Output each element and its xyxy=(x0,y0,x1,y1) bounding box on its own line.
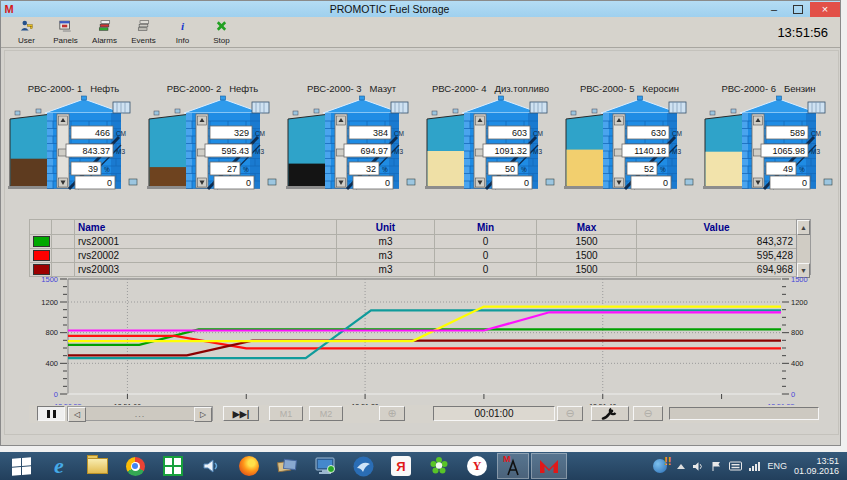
scroll-left-button[interactable]: ◁ xyxy=(68,407,86,422)
table-scrollbar[interactable]: ▲ ▼ xyxy=(796,219,811,275)
tank-6: РВС-2000- 6 Бензин 589СМ 1065.98М3 49% 0 xyxy=(699,83,838,196)
start-button[interactable] xyxy=(3,453,39,479)
file-explorer-icon[interactable] xyxy=(79,453,115,479)
toolbar-button-label: User xyxy=(18,36,35,45)
toolbar-button-label: Events xyxy=(131,36,155,45)
table-header-row: NameUnitMinMaxValue xyxy=(30,220,797,235)
unit-label: М3 xyxy=(672,148,681,155)
promotic-editor-icon[interactable]: M xyxy=(497,453,529,479)
zoom-out-button[interactable]: ⊖ xyxy=(557,406,583,421)
stop-button[interactable]: Stop xyxy=(202,18,241,47)
series-color-swatch xyxy=(33,250,50,261)
panels-button[interactable]: Panels xyxy=(46,18,85,47)
zoom-in-button[interactable]: ⊕ xyxy=(379,406,405,421)
svg-text:400: 400 xyxy=(45,359,58,368)
trend-chart: 00400400800800120012001500150013:50:5513… xyxy=(29,277,819,407)
cell-value: 694,968 xyxy=(637,263,797,277)
col-header-value: Value xyxy=(637,220,797,235)
svg-text:0: 0 xyxy=(791,390,795,399)
icq-icon[interactable] xyxy=(421,453,457,479)
taskbar: eЯYM !! ENG 13:5101.09.2016 xyxy=(0,452,847,480)
scroll-up-button[interactable]: ▲ xyxy=(797,220,810,235)
alarms-button[interactable]: Alarms xyxy=(85,18,124,47)
user-button[interactable]: User xyxy=(7,18,46,47)
cell-min: 0 xyxy=(435,235,537,249)
gauge-fill xyxy=(10,159,51,186)
tank-value: 1065.98 xyxy=(772,146,805,156)
action-center-flag-icon[interactable] xyxy=(711,461,722,472)
update-alert-icon[interactable]: !! xyxy=(653,458,670,474)
audio-app-icon[interactable] xyxy=(193,453,229,479)
taskbar-items: eЯYM xyxy=(3,453,569,479)
unit-label: М3 xyxy=(394,148,403,155)
yandex-icon[interactable]: Я xyxy=(383,453,419,479)
stop-icon xyxy=(214,19,229,36)
pause-button[interactable] xyxy=(37,406,65,421)
svg-text:1500: 1500 xyxy=(41,277,58,284)
promotic-app-icon[interactable] xyxy=(531,453,567,479)
restore-icon xyxy=(793,5,803,14)
unit-label: % xyxy=(382,166,388,173)
table-row[interactable]: rvs20002m301500595,428 xyxy=(30,249,797,263)
tank-title: РВС-2000- 2 Нефть xyxy=(167,83,259,95)
scroll-right-button[interactable]: ▷ xyxy=(194,407,212,422)
keyboard-icon[interactable] xyxy=(729,461,742,471)
scrollbar-thumb[interactable]: ... xyxy=(86,407,194,420)
tank-title: РВС-2000- 3 Мазут xyxy=(307,83,396,95)
tank-value: 0 xyxy=(245,178,250,188)
events-button[interactable]: Events xyxy=(124,18,163,47)
trend-line xyxy=(68,329,781,345)
table-row[interactable]: rvs20003m301500694,968 xyxy=(30,263,797,277)
toolbar-button-label: Info xyxy=(176,36,189,45)
firefox-icon[interactable] xyxy=(231,453,267,479)
scroll-down-button[interactable]: ▼ xyxy=(797,263,810,278)
unit-label: СМ xyxy=(533,130,543,137)
scroll-track[interactable] xyxy=(797,235,810,263)
tank-value: 0 xyxy=(384,178,389,188)
chevron-up-icon[interactable] xyxy=(677,464,685,469)
unit-label: М3 xyxy=(811,148,820,155)
display-settings-icon[interactable] xyxy=(307,453,343,479)
minimize-button[interactable]: – xyxy=(762,2,786,17)
jump-to-end-button[interactable]: ▶▶| xyxy=(223,406,259,421)
network-signal-icon[interactable] xyxy=(749,461,760,471)
tray-clock[interactable]: 13:5101.09.2016 xyxy=(794,456,839,476)
ie-icon[interactable]: e xyxy=(41,453,77,479)
tank-value: 0 xyxy=(801,178,806,188)
settings-button[interactable] xyxy=(591,406,629,421)
toolbar-button-label: Stop xyxy=(213,36,229,45)
unit-label: % xyxy=(660,166,666,173)
tank-value: 0 xyxy=(106,178,111,188)
titlebar[interactable]: M PROMOTIC Fuel Storage – × xyxy=(1,1,840,18)
promotic-logo-icon: M xyxy=(1,2,17,16)
marker2-button[interactable]: M2 xyxy=(309,406,343,421)
unit-label: % xyxy=(104,166,110,173)
tank-row: РВС-2000- 1 Нефть 466СМ 843.37М3 39% 0 Р… xyxy=(4,83,840,196)
time-span-field[interactable]: 00:01:00 xyxy=(433,406,555,421)
tank-title: РВС-2000- 6 Бензин xyxy=(721,83,815,95)
tank-value: 843.37 xyxy=(82,146,110,156)
thunderbird-icon[interactable] xyxy=(345,453,381,479)
series-color-swatch xyxy=(33,236,50,247)
yandex-browser-icon[interactable]: Y xyxy=(459,453,495,479)
svg-text:1200: 1200 xyxy=(791,298,808,307)
tank-graphic: 603СМ 1091.32М3 50% 0 xyxy=(424,95,558,196)
unit-label: СМ xyxy=(255,130,265,137)
info-button[interactable]: iInfo xyxy=(163,18,202,47)
close-button[interactable]: × xyxy=(810,2,840,17)
table-row[interactable]: rvs20001m301500843,372 xyxy=(30,235,797,249)
chrome-icon[interactable] xyxy=(117,453,153,479)
trend-scrollbar[interactable]: ◁ ... ▷ xyxy=(67,406,213,421)
cell-max: 1500 xyxy=(537,249,637,263)
cards-app-icon[interactable] xyxy=(269,453,305,479)
tank-5: РВС-2000- 5 Керосин 630СМ 1140.18М3 52% … xyxy=(560,83,699,196)
volume-icon[interactable] xyxy=(692,461,704,472)
restore-button[interactable] xyxy=(786,2,810,17)
app-toolbar: UserPanelsAlarmsEventsiInfoStop 13:51:56 xyxy=(1,17,840,48)
language-indicator[interactable]: ENG xyxy=(767,461,787,471)
tank-2: РВС-2000- 2 Нефть 329СМ 595.43М3 27% 0 xyxy=(143,83,282,196)
marker1-button[interactable]: M1 xyxy=(269,406,303,421)
zoom-reset-button[interactable]: ⊖ xyxy=(633,406,663,421)
cell-max: 1500 xyxy=(537,235,637,249)
metro-app-icon[interactable] xyxy=(155,453,191,479)
